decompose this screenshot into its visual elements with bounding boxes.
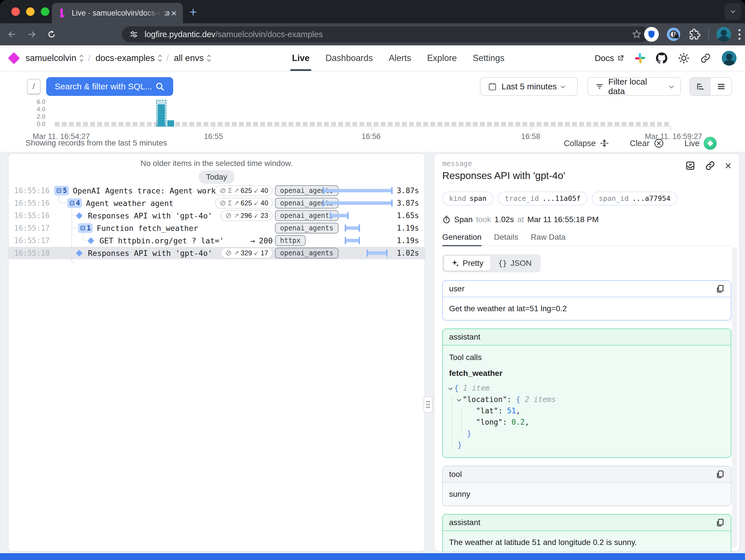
trace-id-pill[interactable]: trace_id...11a05f <box>498 191 587 206</box>
slack-icon[interactable] <box>635 53 645 63</box>
list-view-button[interactable] <box>711 78 732 95</box>
trace-row[interactable]: 16:55:17 1 Function fetch_weather openai… <box>8 222 425 234</box>
copy-icon[interactable] <box>715 470 724 479</box>
message-content: The weather at latitude 51 and longitude… <box>443 531 731 552</box>
panel-resize-handle[interactable] <box>424 396 432 413</box>
copy-icon[interactable] <box>715 518 724 527</box>
clear-button[interactable]: Clear <box>629 138 664 149</box>
span-title: Responses API with 'gpt-4o' <box>88 249 212 257</box>
trace-row[interactable]: 16:55:17 GET httpbin.org/get ? lat='51.0… <box>8 234 425 247</box>
new-tab-button[interactable]: + <box>189 6 197 18</box>
time-range-dropdown[interactable]: Last 5 minutes <box>480 77 578 96</box>
forward-button[interactable] <box>24 26 40 42</box>
nav-live[interactable]: Live <box>292 45 310 71</box>
duration-bar <box>345 226 359 230</box>
trace-row-selected[interactable]: 16:55:18 Responses API with 'gpt-4o' ↗32… <box>8 247 425 259</box>
detail-panel-actions: × <box>685 160 732 172</box>
json-collapse-chevron[interactable] <box>457 398 461 401</box>
extension-area <box>644 26 741 43</box>
trace-row[interactable]: 16:55:16 5 OpenAI Agents trace: Agent wo… <box>8 184 425 197</box>
github-icon[interactable] <box>656 53 667 64</box>
trace-row[interactable]: 16:55:16 4 Agent weather agent Σ ↗625 ↙4… <box>8 197 425 209</box>
json-collapse-chevron[interactable] <box>449 386 452 390</box>
trace-row[interactable]: 16:55:16 Responses API with 'gpt-4o' ↗29… <box>8 209 425 222</box>
span-title: Agent weather agent <box>86 199 173 208</box>
desktop-strip <box>0 553 745 560</box>
minimize-window-button[interactable] <box>26 7 35 16</box>
timeline-baseline-dashes <box>55 122 671 126</box>
reload-button[interactable] <box>44 26 60 42</box>
duration-bar-track <box>323 210 394 221</box>
user-avatar[interactable] <box>722 51 737 65</box>
close-window-button[interactable] <box>11 7 20 16</box>
kind-pill[interactable]: kindspan <box>442 191 493 206</box>
zoom-window-button[interactable] <box>41 7 49 16</box>
live-toggle[interactable]: Live <box>685 137 717 150</box>
row-timestamp: 16:55:16 <box>14 211 48 220</box>
span-id-pill[interactable]: span_id...a77954 <box>592 191 677 206</box>
nav-explore[interactable]: Explore <box>427 45 457 71</box>
today-badge[interactable]: Today <box>199 170 235 184</box>
duration-bar <box>330 214 348 217</box>
detail-scrollbar[interactable] <box>732 247 737 548</box>
extensions-puzzle-icon[interactable] <box>688 28 701 40</box>
activity-timeline-chart[interactable]: 6.0 4.0 2.0 0.0 Mar 11. 16:54:27 16:55 1… <box>0 99 745 142</box>
share-link-icon[interactable] <box>700 53 711 64</box>
copy-link-button[interactable] <box>705 161 715 171</box>
url-bar[interactable]: logfire.pydantic.dev/samuelcolvin/docs-e… <box>122 26 649 42</box>
project-name: docs-examples <box>96 53 155 63</box>
row-timestamp: 16:55:16 <box>14 186 48 195</box>
tab-search-button[interactable] <box>724 3 741 20</box>
timeline-bar-main[interactable] <box>158 104 165 127</box>
tree-view-button[interactable] <box>690 78 711 95</box>
nav-dashboards[interactable]: Dashboards <box>325 45 373 71</box>
org-selector[interactable]: samuelcolvin <box>26 53 83 63</box>
message-content: sunny <box>443 483 731 505</box>
browser-tab[interactable]: Live · samuelcolvin/docs-exa × <box>52 3 183 23</box>
nav-settings[interactable]: Settings <box>473 45 505 71</box>
json-indent-guide <box>452 396 452 446</box>
json-toggle-button[interactable]: {} JSON <box>491 256 539 271</box>
empty-notice: No older items in the selected time wind… <box>8 159 425 168</box>
tab-details[interactable]: Details <box>494 232 518 246</box>
docs-link[interactable]: Docs <box>595 53 624 63</box>
env-selector[interactable]: all envs <box>174 53 210 63</box>
filter-local-data-dropdown[interactable]: Filter local data <box>587 77 681 96</box>
url-text[interactable]: logfire.pydantic.dev/samuelcolvin/docs-e… <box>144 30 631 39</box>
copy-icon[interactable] <box>715 284 724 293</box>
scope-tag[interactable]: httpx <box>275 235 305 246</box>
theme-toggle-sun-icon[interactable] <box>678 53 689 64</box>
list-view-icon <box>717 82 725 91</box>
collapse-count-badge[interactable]: 1 <box>78 223 93 233</box>
site-settings-icon[interactable] <box>129 30 138 39</box>
browser-profile-avatar[interactable] <box>716 27 731 42</box>
search-filter-button[interactable]: Search & filter with SQL... <box>46 77 173 96</box>
token-usage-badge[interactable]: ↗296 ↙23 <box>221 210 273 221</box>
collapse-count-badge[interactable]: 4 <box>67 198 82 208</box>
x-tick <box>214 127 214 130</box>
timeline-bar-small[interactable] <box>167 120 174 127</box>
bitwarden-extension-icon[interactable] <box>644 27 659 42</box>
tab-generation[interactable]: Generation <box>442 232 482 246</box>
token-usage-badge[interactable]: Σ ↗625 ↙40 <box>215 198 273 209</box>
sparkle-icon <box>451 259 459 267</box>
json-key: "lat" <box>476 407 498 415</box>
privacy-extension-icon[interactable] <box>666 27 681 42</box>
token-usage-badge[interactable]: Σ ↗625 ↙40 <box>215 185 273 196</box>
duration-bar-track <box>323 198 394 209</box>
project-selector[interactable]: docs-examples <box>96 53 161 63</box>
browser-menu-icon[interactable] <box>739 29 741 40</box>
token-usage-badge[interactable]: ↗329 ↙17 <box>221 248 273 258</box>
tab-raw-data[interactable]: Raw Data <box>531 232 565 246</box>
nav-alerts[interactable]: Alerts <box>389 45 411 71</box>
collapse-button[interactable]: Collapse <box>564 138 610 148</box>
collapse-count-badge[interactable]: 5 <box>54 186 69 195</box>
archive-check-button[interactable] <box>685 161 695 171</box>
took-span-word: Span <box>454 215 473 224</box>
close-panel-icon[interactable]: × <box>725 160 732 172</box>
tab-close-icon[interactable]: × <box>171 8 176 18</box>
bookmark-star-icon[interactable] <box>631 29 642 39</box>
pretty-toggle-button[interactable]: Pretty <box>444 256 491 271</box>
back-button[interactable] <box>4 26 20 42</box>
span-diamond-icon <box>76 250 83 256</box>
